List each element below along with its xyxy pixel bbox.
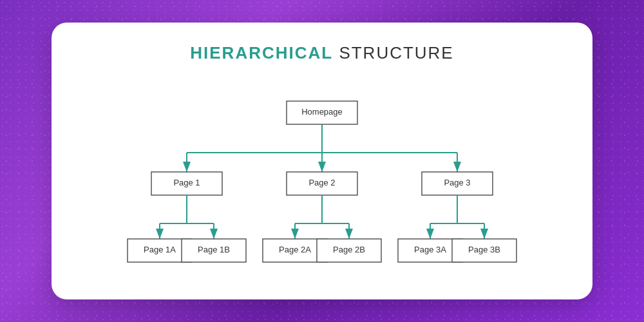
page2-label: Page 2 xyxy=(308,178,335,187)
main-card: HIERARCHICAL STRUCTURE Homepage xyxy=(52,23,592,299)
page3b-label: Page 3B xyxy=(468,245,500,254)
page2a-label: Page 2A xyxy=(279,245,311,254)
page1a-label: Page 1A xyxy=(144,245,176,254)
title-regular-part: STRUCTURE xyxy=(333,43,454,62)
page1-label: Page 1 xyxy=(173,178,200,187)
homepage-label: Homepage xyxy=(301,107,343,117)
tree-diagram: Homepage Page 1 Page 2 Page 3 xyxy=(77,81,567,281)
tree-svg: Homepage Page 1 Page 2 Page 3 xyxy=(103,88,541,275)
page3a-label: Page 3A xyxy=(414,245,446,254)
title-bold-part: HIERARCHICAL xyxy=(190,43,333,62)
page-title: HIERARCHICAL STRUCTURE xyxy=(190,43,453,63)
page3-label: Page 3 xyxy=(444,178,470,187)
page2b-label: Page 2B xyxy=(333,245,365,254)
page1b-label: Page 1B xyxy=(198,245,230,254)
